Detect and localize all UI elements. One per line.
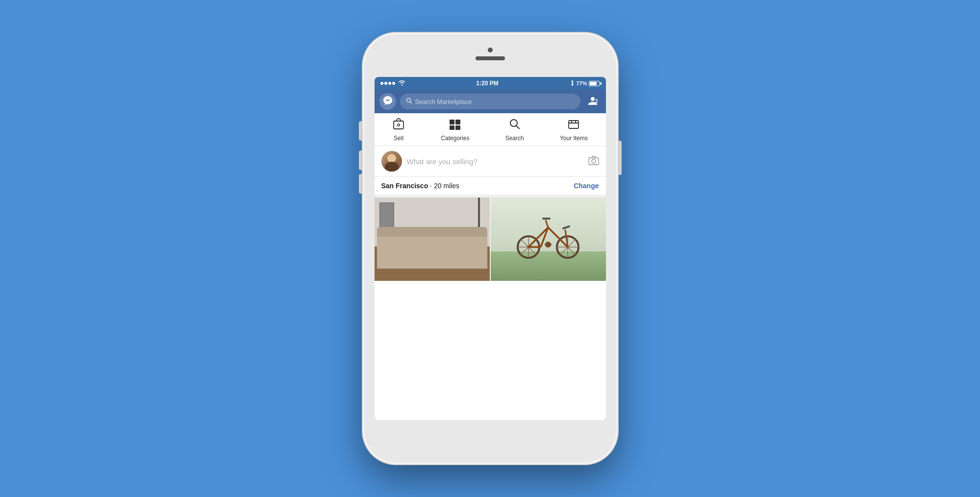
categories-tab[interactable]: Categories — [441, 118, 469, 142]
svg-rect-11 — [455, 125, 460, 130]
search-label: Search — [505, 135, 524, 142]
your-items-label: Your Items — [560, 135, 588, 142]
search-placeholder: Search Marketplace — [415, 98, 472, 105]
sell-input[interactable]: What are you selling? — [407, 157, 583, 166]
marketplace-search-bar[interactable]: Search Marketplace — [400, 94, 580, 109]
signal-dot-1 — [380, 82, 383, 85]
camera-icon[interactable] — [588, 155, 599, 167]
location-bar: San Francisco · 20 miles Change — [375, 177, 606, 198]
change-location-button[interactable]: Change — [574, 182, 599, 190]
battery-fill — [590, 82, 597, 85]
phone-screen: 1:20 PM 77% — [375, 77, 606, 420]
svg-line-13 — [516, 126, 520, 129]
categories-label: Categories — [441, 135, 469, 142]
categories-icon — [449, 118, 461, 133]
phone-top-hardware — [476, 48, 505, 60]
signal-dot-2 — [384, 82, 387, 85]
svg-line-39 — [563, 226, 569, 228]
sofa — [377, 234, 487, 269]
earpiece-speaker — [476, 56, 505, 60]
svg-point-19 — [592, 159, 596, 163]
product-card-sofa[interactable] — [375, 198, 490, 281]
svg-rect-8 — [450, 120, 454, 124]
location-city: San Francisco · 20 miles — [381, 182, 460, 190]
profile-button[interactable] — [584, 93, 601, 110]
status-right: 77% — [569, 79, 600, 87]
svg-point-0 — [406, 99, 410, 102]
search-tab-icon — [508, 118, 521, 133]
status-left — [380, 80, 405, 87]
signal-dot-4 — [392, 82, 395, 85]
quick-nav: Sell Categories — [375, 113, 606, 146]
product-card-bike[interactable] — [491, 198, 606, 281]
signal-dot-3 — [388, 82, 391, 85]
sell-icon — [392, 118, 405, 133]
avatar-body — [385, 162, 399, 172]
battery-percent: 77% — [576, 80, 587, 86]
city-text: San Francisco — [381, 182, 428, 190]
svg-rect-14 — [569, 121, 578, 128]
svg-rect-10 — [450, 125, 454, 130]
svg-line-1 — [410, 102, 412, 104]
bike-image — [491, 198, 606, 281]
distance-text: 20 miles — [434, 182, 459, 190]
messenger-icon — [383, 96, 393, 107]
sell-bar[interactable]: What are you selling? — [375, 146, 606, 177]
sell-tab[interactable]: Sell — [392, 118, 405, 142]
messenger-button[interactable] — [379, 93, 396, 110]
nav-bar: Search Marketplace — [375, 90, 606, 113]
status-time: 1:20 PM — [476, 80, 498, 87]
svg-point-12 — [510, 120, 517, 126]
product-grid — [375, 198, 606, 281]
your-items-tab[interactable]: Your Items — [560, 118, 588, 142]
your-items-icon — [567, 118, 580, 133]
signal-bars — [380, 82, 395, 85]
battery-icon — [589, 81, 600, 86]
user-avatar — [381, 151, 402, 172]
wifi-icon — [399, 80, 405, 87]
search-icon — [406, 97, 412, 106]
front-camera — [488, 48, 493, 52]
svg-rect-9 — [455, 120, 460, 124]
bicycle — [516, 208, 580, 264]
status-bar: 1:20 PM 77% — [375, 77, 606, 90]
bluetooth-icon — [569, 79, 574, 87]
svg-line-36 — [546, 220, 548, 227]
search-tab[interactable]: Search — [505, 118, 524, 142]
location-distance: · 20 miles — [430, 182, 459, 190]
svg-point-7 — [398, 124, 400, 126]
phone-device: 1:20 PM 77% — [363, 33, 618, 464]
sell-label: Sell — [394, 135, 403, 142]
sofa-image — [375, 198, 490, 281]
